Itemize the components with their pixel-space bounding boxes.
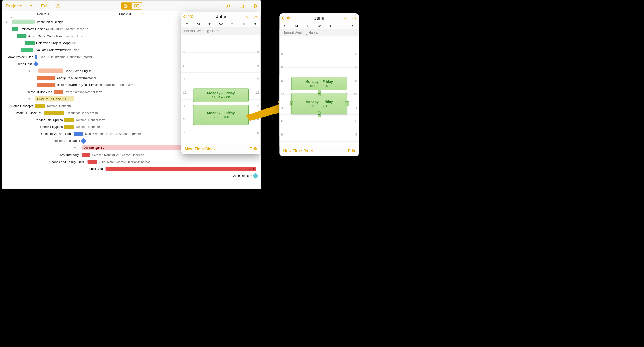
task-label: Game Release <box>229 174 252 178</box>
outline-view-button[interactable] <box>132 3 142 9</box>
task-bar[interactable] <box>106 167 256 171</box>
task-label: Create 2D Mockups <box>14 111 41 115</box>
toolbar-right <box>200 3 258 9</box>
time-block[interactable]: Monday – Friday 11:00 – 2:00 <box>193 88 249 102</box>
time-block-days: Monday – Friday <box>305 79 333 84</box>
task-assignees: Ivan; Julie; Kwame; Henrietta <box>48 27 88 31</box>
task-label: Create Initial Design <box>36 20 63 24</box>
time-block-selected[interactable]: ‖ ‖ ‖ ‖ Monday – Friday 12:00 – 5:00 <box>292 93 347 115</box>
task-label: "Friends and Family" Beta <box>46 160 84 164</box>
svg-rect-0 <box>124 5 127 5</box>
section-label: Normal Working Hours <box>280 29 358 37</box>
time-block[interactable]: Monday – Friday 3:00 – 8:00 <box>193 105 249 125</box>
task-label: Produce In-Game Art <box>37 97 66 101</box>
task-label: Refine Game Concepts <box>28 34 60 38</box>
undo-icon[interactable] <box>29 3 34 9</box>
task-label: Code Game Engine <box>64 69 92 73</box>
resize-handle-top[interactable]: ‖ <box>318 90 320 96</box>
task-label: Assure Quality <box>84 146 104 150</box>
person-icon[interactable] <box>226 3 231 9</box>
edit-button[interactable]: Edit <box>250 147 257 152</box>
time-grid[interactable]: Monday – Friday 11:00 – 2:00 Monday – Fr… <box>181 35 260 144</box>
task-bar[interactable] <box>37 76 55 80</box>
task-label: Public Beta <box>86 167 103 171</box>
time-block-range: 12:00 – 5:00 <box>310 104 328 108</box>
svg-rect-6 <box>137 6 139 7</box>
resize-handle-left[interactable]: ‖ <box>290 101 293 106</box>
disclosure-icon[interactable]: ▼ <box>28 69 30 73</box>
task-bar[interactable] <box>74 132 83 136</box>
resource-title: Julie <box>216 14 226 19</box>
edit-button[interactable]: Edit <box>348 149 355 154</box>
share-icon[interactable] <box>56 3 61 9</box>
milestone[interactable] <box>80 138 86 144</box>
task-bar[interactable] <box>54 90 63 94</box>
task-bar[interactable] <box>35 55 37 59</box>
link-icon[interactable] <box>212 3 218 9</box>
back-button[interactable]: Info <box>183 14 193 19</box>
chevron-up-icon[interactable] <box>352 15 357 21</box>
task-bar[interactable] <box>82 153 90 157</box>
task-label: Release Candidate 1 <box>50 139 80 143</box>
gantt-view-button[interactable] <box>121 3 132 9</box>
projects-button[interactable]: Projects <box>6 3 22 9</box>
chevron-up-icon[interactable] <box>253 14 258 19</box>
task-assignees: Kwame; Henrietta <box>47 104 72 108</box>
time-block[interactable]: Monday – Friday 8:00 – 11:00 <box>292 77 347 90</box>
task-bar[interactable] <box>44 111 64 115</box>
task-bar[interactable] <box>64 125 74 129</box>
task-bar[interactable] <box>25 41 34 45</box>
popover-footer: New Time Block Edit <box>181 144 260 154</box>
day-label: S <box>181 21 192 27</box>
task-assignees: Satoshi <box>86 76 96 80</box>
time-block-days: Monday – Friday <box>305 100 333 104</box>
task-assignees: Ivan; Julie; Kwame; Henrietta; Satoshi <box>40 55 92 59</box>
task-bar[interactable] <box>17 34 26 38</box>
day-label: M <box>192 21 204 27</box>
task-label: Evaluate Frameworks <box>34 48 64 52</box>
disclosure-icon[interactable]: ▼ <box>5 21 8 24</box>
task-label: Fleece Polygons <box>37 125 62 129</box>
task-bar[interactable] <box>21 48 33 52</box>
back-button[interactable]: Info <box>281 16 292 21</box>
chevron-down-icon[interactable] <box>244 14 250 19</box>
task-label: Test Internally <box>57 153 79 157</box>
resize-handle-bottom[interactable]: ‖ <box>318 111 320 117</box>
briefcase-icon[interactable] <box>239 3 244 9</box>
chevron-down-icon[interactable] <box>343 15 348 21</box>
day-label: S <box>249 21 260 27</box>
resize-handle-right[interactable]: ‖ <box>345 101 349 106</box>
task-bar[interactable] <box>35 104 45 108</box>
edit-button[interactable]: Edit <box>41 3 49 9</box>
task-label: Create UI Hookups <box>25 90 52 94</box>
task-label: Sketch Concepts <box>8 104 33 108</box>
eye-icon[interactable] <box>252 3 257 9</box>
resource-title: Julie <box>314 16 324 21</box>
task-label: Brainstorm Gameplay <box>20 27 50 31</box>
milestone[interactable] <box>252 173 258 179</box>
task-assignees: Julie <box>70 41 76 45</box>
task-bar[interactable] <box>64 118 74 122</box>
day-label: W <box>314 23 325 29</box>
new-time-block-button[interactable]: New Time Block <box>283 149 314 154</box>
popover-footer: New Time Block Edit <box>280 146 358 156</box>
new-time-block-button[interactable]: New Time Block <box>185 147 216 152</box>
svg-rect-2 <box>124 7 127 8</box>
add-icon[interactable] <box>200 3 205 9</box>
task-assignees: Kwame; Henrietta <box>76 125 101 129</box>
disclosure-icon[interactable]: ▼ <box>74 146 76 150</box>
month-label: Mar 2016 <box>119 13 133 16</box>
task-bar[interactable] <box>38 69 63 74</box>
task-bar[interactable] <box>37 83 55 87</box>
task-bar[interactable] <box>12 20 34 25</box>
task-assignees: Satoshi; Ivan; Julie; Kwame; Henrietta <box>92 153 144 157</box>
svg-rect-3 <box>134 4 137 6</box>
back-label: Info <box>186 14 193 19</box>
time-grid[interactable]: Monday – Friday 8:00 – 11:00 ‖ ‖ ‖ ‖ Mon… <box>280 37 358 146</box>
time-block-range: 8:00 – 11:00 <box>310 84 328 88</box>
day-label: F <box>238 21 249 27</box>
milestone[interactable] <box>33 61 39 67</box>
task-bar[interactable] <box>88 160 97 164</box>
task-bar[interactable] <box>12 27 18 31</box>
disclosure-icon[interactable]: ▼ <box>28 97 30 101</box>
